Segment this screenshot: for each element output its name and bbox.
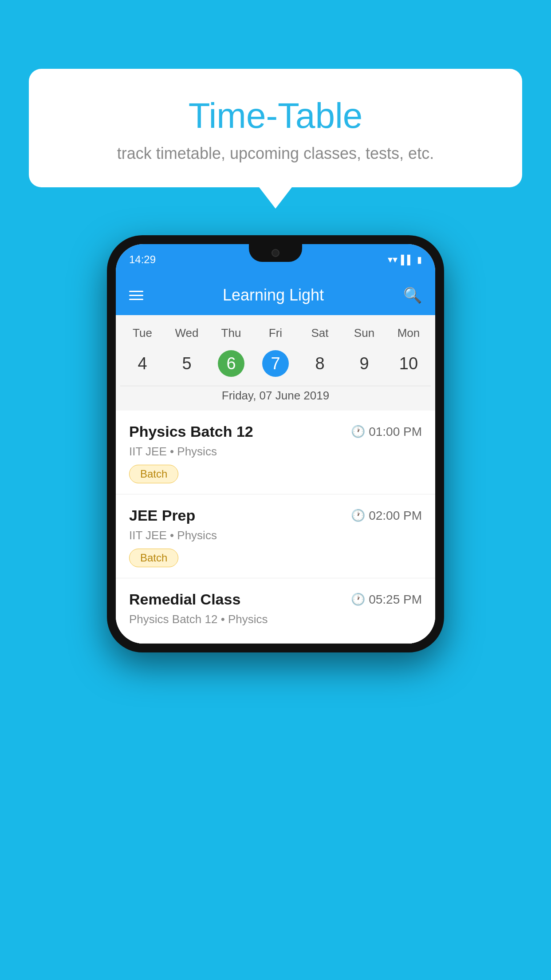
- wifi-icon: ▾▾: [388, 254, 398, 265]
- date-5[interactable]: 5: [165, 347, 209, 380]
- class-header-2: JEE Prep 🕐 02:00 PM: [129, 507, 422, 524]
- batch-badge-1: Batch: [129, 465, 178, 483]
- bubble-title: Time-Table: [51, 95, 500, 136]
- phone-screen: 14:29 ▾▾ ▌▌ ▮ Learning Light 🔍: [116, 244, 435, 644]
- phone-frame: 14:29 ▾▾ ▌▌ ▮ Learning Light 🔍: [107, 235, 444, 652]
- day-label-wed: Wed: [165, 324, 209, 342]
- class-name-2: JEE Prep: [129, 507, 195, 524]
- calendar-header: Tue Wed Thu Fri Sat Sun Mon 4 5 6 7 8 9 …: [116, 315, 435, 411]
- clock-icon-1: 🕐: [351, 425, 365, 439]
- speech-bubble: Time-Table track timetable, upcoming cla…: [29, 69, 522, 187]
- day-numbers: 4 5 6 7 8 9 10: [120, 347, 431, 380]
- date-7[interactable]: 7: [253, 347, 298, 380]
- status-time: 14:29: [129, 253, 156, 266]
- signal-icon: ▌▌: [401, 255, 413, 265]
- selected-date: Friday, 07 June 2019: [120, 386, 431, 411]
- batch-badge-2: Batch: [129, 549, 178, 567]
- clock-icon-2: 🕐: [351, 509, 365, 522]
- battery-icon: ▮: [417, 254, 422, 265]
- class-item-3[interactable]: Remedial Class 🕐 05:25 PM Physics Batch …: [116, 578, 435, 644]
- app-bar: Learning Light 🔍: [116, 275, 435, 315]
- day-label-sun: Sun: [342, 324, 386, 342]
- class-header-3: Remedial Class 🕐 05:25 PM: [129, 591, 422, 608]
- date-4[interactable]: 4: [120, 347, 165, 380]
- class-item-1[interactable]: Physics Batch 12 🕐 01:00 PM IIT JEE • Ph…: [116, 411, 435, 494]
- class-item-2[interactable]: JEE Prep 🕐 02:00 PM IIT JEE • Physics Ba…: [116, 494, 435, 578]
- class-name-1: Physics Batch 12: [129, 423, 253, 440]
- day-label-mon: Mon: [386, 324, 431, 342]
- clock-icon-3: 🕐: [351, 593, 365, 606]
- class-meta-3: Physics Batch 12 • Physics: [129, 612, 422, 626]
- class-time-1: 🕐 01:00 PM: [351, 425, 422, 439]
- day-label-sat: Sat: [298, 324, 342, 342]
- class-time-2: 🕐 02:00 PM: [351, 509, 422, 523]
- day-labels: Tue Wed Thu Fri Sat Sun Mon: [120, 324, 431, 342]
- date-9[interactable]: 9: [342, 347, 386, 380]
- date-6[interactable]: 6: [209, 347, 253, 380]
- classes-list: Physics Batch 12 🕐 01:00 PM IIT JEE • Ph…: [116, 411, 435, 644]
- camera: [272, 249, 279, 257]
- status-bar: 14:29 ▾▾ ▌▌ ▮: [116, 244, 435, 275]
- date-10[interactable]: 10: [386, 347, 431, 380]
- class-meta-1: IIT JEE • Physics: [129, 445, 422, 458]
- phone-container: 14:29 ▾▾ ▌▌ ▮ Learning Light 🔍: [107, 235, 444, 652]
- day-label-thu: Thu: [209, 324, 253, 342]
- class-header-1: Physics Batch 12 🕐 01:00 PM: [129, 423, 422, 440]
- notch: [249, 244, 302, 262]
- bubble-subtitle: track timetable, upcoming classes, tests…: [51, 144, 500, 163]
- app-title: Learning Light: [157, 286, 390, 304]
- class-meta-2: IIT JEE • Physics: [129, 529, 422, 542]
- day-label-tue: Tue: [120, 324, 165, 342]
- search-icon[interactable]: 🔍: [403, 286, 422, 304]
- class-name-3: Remedial Class: [129, 591, 240, 608]
- status-icons: ▾▾ ▌▌ ▮: [388, 254, 422, 265]
- class-time-3: 🕐 05:25 PM: [351, 593, 422, 607]
- date-8[interactable]: 8: [298, 347, 342, 380]
- menu-icon[interactable]: [129, 291, 143, 300]
- day-label-fri: Fri: [253, 324, 298, 342]
